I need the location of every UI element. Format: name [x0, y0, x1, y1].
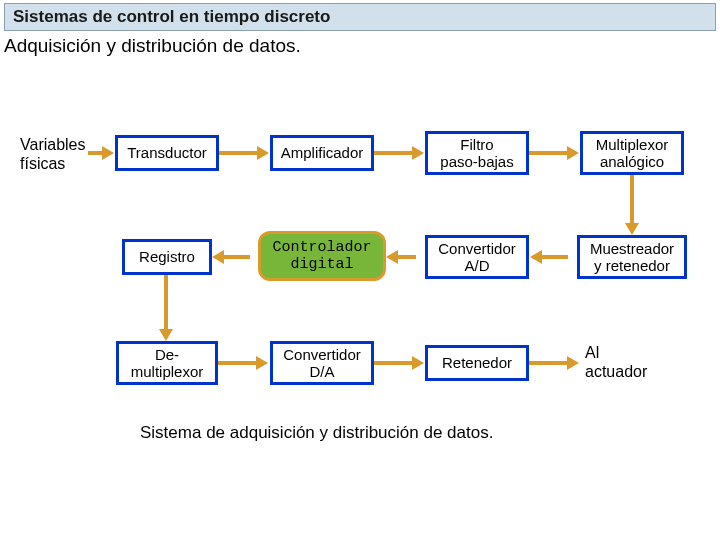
arrow-demux-dac — [218, 361, 258, 365]
node-dac: Convertidor D/A — [270, 341, 374, 385]
node-mux: Multiplexor analógico — [580, 131, 684, 175]
arrow-adc-ctrl — [396, 255, 416, 259]
node-amplificador: Amplificador — [270, 135, 374, 171]
node-filtro: Filtro paso-bajas — [425, 131, 529, 175]
node-adc: Convertidor A/D — [425, 235, 529, 279]
node-retenedor: Retenedor — [425, 345, 529, 381]
arrow-transductor-amp — [219, 151, 259, 155]
arrow-sh-adc — [540, 255, 568, 259]
arrow-input-transductor — [88, 151, 104, 155]
node-sh: Muestreador y retenedor — [577, 235, 687, 279]
arrow-reg-demux — [164, 275, 168, 331]
input-label: Variables físicas — [20, 135, 86, 173]
title-bar: Sistemas de control en tiempo discreto — [4, 3, 716, 31]
arrow-mux-sh — [630, 175, 634, 225]
subtitle: Adquisición y distribución de datos. — [0, 31, 720, 57]
arrow-ret-out — [529, 361, 569, 365]
arrow-filtro-mux — [529, 151, 569, 155]
output-label: Al actuador — [585, 343, 647, 381]
block-diagram: Variables físicas Transductor Amplificad… — [0, 87, 720, 507]
diagram-caption: Sistema de adquisición y distribución de… — [140, 423, 493, 443]
node-transductor: Transductor — [115, 135, 219, 171]
arrow-dac-ret — [374, 361, 414, 365]
node-demux: De- multiplexor — [116, 341, 218, 385]
arrow-amp-filtro — [374, 151, 414, 155]
arrow-ctrl-reg — [222, 255, 250, 259]
node-registro: Registro — [122, 239, 212, 275]
node-controlador: Controlador digital — [258, 231, 386, 281]
